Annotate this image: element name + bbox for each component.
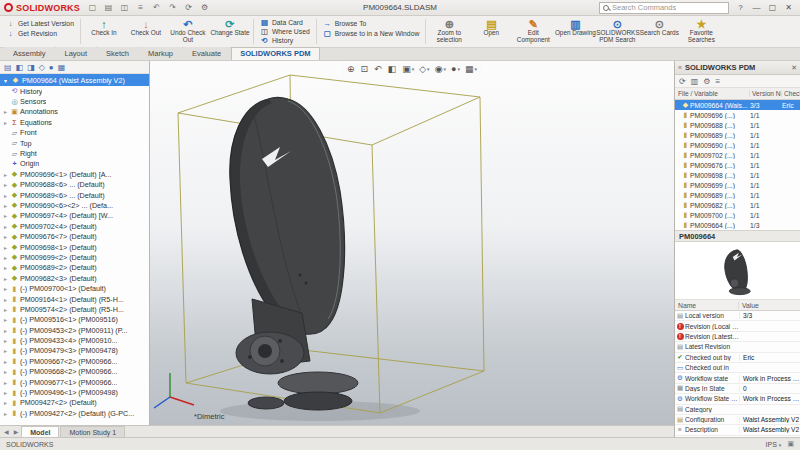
tree-item[interactable]: PM009696<1> (Default) [A... [2,169,149,179]
expand-statusbar-icon[interactable]: ▣ [787,440,794,448]
tree-item[interactable]: History [2,86,149,96]
tree-item[interactable]: PM009689<6> ... (Default) [2,190,149,200]
detail-row[interactable]: Latest Revision [675,342,800,352]
expand-arrow-icon[interactable] [2,306,9,313]
zoom-area-icon[interactable]: ⊡ [360,64,371,74]
open-file-icon[interactable]: ▤ [102,2,115,14]
expand-arrow-icon[interactable] [2,108,9,115]
ribbon-small-button[interactable]: ↓ Get Latest Version [4,18,76,28]
expand-arrow-icon[interactable] [2,223,9,230]
maximize-icon[interactable]: ▢ [765,1,780,14]
ribbon-button[interactable]: ▥ Open Drawing [554,17,596,46]
command-tab[interactable]: Sketch [97,47,138,60]
expand-arrow-icon[interactable] [2,399,9,406]
tree-item[interactable]: PM009689<2> (Default) [2,263,149,273]
expand-arrow-icon[interactable] [2,233,9,240]
command-tab[interactable]: Layout [56,47,97,60]
ribbon-button[interactable]: ✎ Edit Component [512,17,554,46]
pdm-file-row[interactable]: PM009682 (...) 1/1 [675,200,800,210]
collapse-pane-icon[interactable]: « [678,64,682,71]
expand-arrow-icon[interactable] [2,368,9,375]
tree-item[interactable]: Sensors [2,96,149,106]
graphics-viewport[interactable]: ⊕⊡↶◧▣▾◇▾◉▾●▾▦▾ *Dimetric [150,61,674,425]
tree-item[interactable]: PM009682<3> (Default) [2,273,149,283]
expand-arrow-icon[interactable] [2,296,9,303]
expand-arrow-icon[interactable] [2,337,9,344]
view-orientation-icon[interactable]: ▣▾ [401,64,415,74]
pdm-tab-icon[interactable]: ▦ [58,63,66,72]
options-icon[interactable]: ⚙ [198,2,211,14]
pdm-file-row[interactable]: PM009664 (Wais... 3/3 Eric [675,100,800,110]
ribbon-button[interactable]: ⊙ Search Cards [638,17,680,46]
tree-item[interactable]: PM009702<4> (Default) [2,221,149,231]
tree-item[interactable]: (-) PM009427<2> (Default) (G-PC... [2,408,149,418]
expand-arrow-icon[interactable] [2,212,9,219]
expand-arrow-icon[interactable] [2,285,9,292]
tab-scroll-left-icon[interactable]: ◀ [2,428,11,435]
tab-scroll-right-icon[interactable]: ▶ [12,428,21,435]
section-view-icon[interactable]: ◧ [387,64,399,74]
tree-item[interactable]: PM009688<6> ... (Default) [2,180,149,190]
tree-item[interactable]: PM009427<2> (Default) [2,398,149,408]
list-icon[interactable]: ≡ [715,77,720,86]
expand-arrow-icon[interactable] [2,202,9,209]
apply-scene-icon[interactable]: ▦▾ [464,64,478,74]
settings-icon[interactable]: ⚙ [703,77,710,86]
expand-arrow-icon[interactable] [2,410,9,417]
help-icon[interactable]: ? [733,1,748,14]
tree-item[interactable]: Annotations [2,107,149,117]
detail-row[interactable]: Category [675,405,800,415]
document-tab[interactable]: Model [21,426,59,437]
expand-arrow-icon[interactable] [2,327,9,334]
undo-icon[interactable]: ↶ [150,2,163,14]
ribbon-small-button[interactable]: ◫ Where Used [258,27,312,36]
detail-row[interactable]: Workflow state Work in Process (QS... [675,373,800,383]
ribbon-button[interactable]: ⊕ Zoom to selection [428,17,470,46]
dimxpert-tab-icon[interactable]: ◇ [39,63,45,72]
tree-item[interactable]: Top [2,138,149,148]
units-selector[interactable]: IPS ▾ [766,441,782,448]
tree-item[interactable]: (-) PM009433<4> (PM00910... [2,335,149,345]
tree-item[interactable]: PM009574<2> (Default) (R5-H... [2,304,149,314]
close-icon[interactable]: ✕ [781,1,796,14]
pdm-file-row[interactable]: PM009689 (...) 1/1 [675,190,800,200]
detail-row[interactable]: Revision (Latest vers... [675,332,800,342]
column-header[interactable]: Value [739,302,800,309]
close-icon[interactable]: ✕ [791,64,797,72]
expand-arrow-icon[interactable] [2,379,9,386]
expand-arrow-icon[interactable] [2,119,9,126]
detail-row[interactable]: Days In State 0 [675,384,800,394]
tree-item[interactable]: (-) PM009677<1> (PM00966... [2,377,149,387]
ribbon-small-button[interactable]: ↓ Get Revision [4,28,76,38]
expand-arrow-icon[interactable] [2,171,9,178]
pdm-file-row[interactable]: PM009688 (...) 1/1 [675,120,800,130]
tree-item[interactable]: (-) PM009700<1> (Default) [2,283,149,293]
pdm-file-row[interactable]: PM009699 (...) 1/1 [675,180,800,190]
display-manager-tab-icon[interactable]: ● [49,63,54,72]
pdm-file-row[interactable]: PM009689 (...) 1/1 [675,130,800,140]
ribbon-button[interactable]: ↓ Check Out [125,17,167,46]
pdm-file-row[interactable]: PM009700 (...) 1/1 [675,210,800,220]
search-commands-input[interactable]: Search Commands [599,2,729,14]
rebuild-icon[interactable]: ⟳ [182,2,195,14]
expand-arrow-icon[interactable] [2,264,9,271]
print-icon[interactable]: ≡ [134,2,147,14]
column-header[interactable]: Checl [782,90,800,97]
tree-item[interactable]: Equations [2,117,149,127]
detail-row[interactable]: Description Waist Assembly V2 [675,425,800,435]
expand-arrow-icon[interactable] [2,254,9,261]
ribbon-small-button[interactable]: → Browse To [321,18,422,28]
minimize-icon[interactable]: — [749,1,764,14]
pdm-file-row[interactable]: PM009696 (...) 1/1 [675,110,800,120]
tree-item[interactable]: PM009699<2> (Default) [2,252,149,262]
expand-arrow-icon[interactable] [2,275,9,282]
tree-item[interactable]: PM009690<6><2> ... (Defa... [2,200,149,210]
ribbon-button[interactable]: ↶ Undo Check Out [167,17,209,46]
expand-arrow-icon[interactable] [2,347,9,354]
detail-row[interactable]: Revision (Local versi... [675,321,800,331]
featuremanager-tab-icon[interactable]: ▤ [4,63,12,72]
columns-icon[interactable]: ▥ [691,77,699,86]
new-file-icon[interactable]: ▢ [86,2,99,14]
expand-arrow-icon[interactable] [2,358,9,365]
ribbon-button[interactable]: ↑ Check In [83,17,125,46]
